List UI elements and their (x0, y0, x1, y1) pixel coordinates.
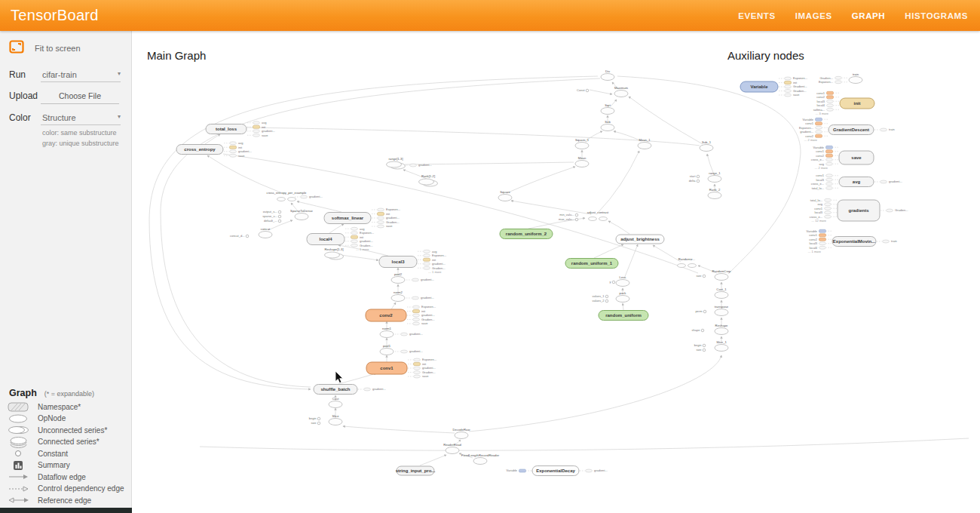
node-DecodeRaw[interactable] (455, 432, 468, 439)
run-select[interactable]: cifar-train ▾ (41, 69, 121, 82)
stub-node[interactable] (816, 134, 822, 137)
node-Mean[interactable] (575, 161, 589, 167)
tab-events[interactable]: EVENTS (738, 11, 776, 20)
stub-node[interactable] (424, 263, 430, 266)
stub-node[interactable] (230, 154, 237, 157)
stub-node[interactable] (825, 198, 831, 201)
stub-node[interactable] (827, 104, 834, 107)
stub-node[interactable] (826, 174, 833, 177)
stub-node[interactable] (424, 258, 430, 261)
stub-node[interactable] (378, 221, 384, 224)
node-Maximum[interactable] (614, 91, 628, 97)
const-perm[interactable] (703, 310, 706, 313)
stub-node[interactable] (378, 225, 384, 228)
node-pack[interactable] (616, 296, 629, 303)
stub-node[interactable] (413, 318, 420, 321)
stub-node[interactable] (826, 146, 833, 149)
tab-images[interactable]: IMAGES (795, 11, 832, 20)
const-size[interactable] (703, 275, 706, 278)
stub-node[interactable] (412, 296, 419, 300)
stub-node[interactable] (785, 90, 792, 93)
node-transpose[interactable] (715, 309, 728, 316)
stub-node[interactable] (351, 240, 358, 243)
stub-node[interactable] (785, 85, 792, 88)
node-Randomiz...[interactable] (678, 264, 686, 268)
const-begin[interactable] (703, 344, 706, 347)
const-y[interactable] (612, 281, 615, 284)
node-norm1[interactable] (380, 331, 394, 338)
stub-node[interactable] (816, 131, 822, 134)
stub-node[interactable] (827, 108, 834, 111)
stub-node[interactable] (230, 150, 237, 153)
stub-node[interactable] (785, 81, 792, 84)
stub-node[interactable] (825, 215, 831, 218)
node-norm2[interactable] (391, 295, 405, 302)
const-max_valu...[interactable] (575, 218, 578, 221)
node-Mean_1[interactable] (638, 143, 651, 149)
stub-node[interactable] (816, 118, 822, 121)
node-FixedLengthRecordReader[interactable] (473, 458, 487, 465)
stub-node[interactable] (586, 469, 593, 472)
stub-node[interactable] (880, 180, 887, 183)
node-pool2[interactable] (391, 277, 405, 284)
stub-node[interactable] (378, 208, 384, 211)
node-train[interactable] (849, 77, 862, 84)
const-min_valu...[interactable] (575, 213, 578, 217)
stub-node[interactable] (351, 244, 358, 247)
node-Div[interactable] (601, 74, 614, 81)
stub-node[interactable] (410, 164, 417, 167)
node-Sub[interactable] (601, 124, 614, 131)
stub-node[interactable] (826, 158, 833, 161)
stub-node[interactable] (301, 195, 308, 198)
stub-node[interactable] (827, 100, 834, 103)
stub-node[interactable] (253, 130, 260, 133)
stub-node[interactable] (351, 227, 358, 230)
stub-node[interactable] (819, 238, 826, 241)
const-default_...[interactable] (278, 220, 281, 223)
stub-node[interactable] (413, 306, 420, 309)
stub-node[interactable] (819, 229, 826, 232)
stub-node[interactable] (414, 358, 421, 361)
tab-histograms[interactable]: HISTOGRAMS (905, 11, 968, 20)
fit-to-screen-icon[interactable] (9, 40, 24, 57)
node-concat[interactable] (259, 232, 272, 238)
node-cross_entropy_per_example[interactable] (277, 198, 286, 201)
node-range_1[interactable] (708, 176, 721, 183)
stub-node[interactable] (230, 146, 237, 149)
node-Rank_2[interactable] (708, 192, 721, 199)
graph-canvas[interactable]: total_lossavginitgradient...savecross_en… (132, 31, 980, 513)
stub-node[interactable] (816, 122, 822, 125)
node-Cast[interactable] (329, 401, 342, 408)
stub-node[interactable] (825, 207, 831, 210)
stub-node[interactable] (827, 91, 834, 94)
stub-node[interactable] (825, 211, 831, 214)
node-Sqrt[interactable] (601, 108, 614, 115)
node-Rank[1-2][interactable] (419, 179, 434, 185)
stub-node[interactable] (826, 150, 833, 153)
stub-node[interactable] (230, 142, 237, 145)
stub-node[interactable] (424, 250, 430, 253)
stub-node[interactable] (413, 314, 420, 317)
stub-node[interactable] (785, 77, 792, 80)
const-delta[interactable] (697, 180, 700, 183)
node-RandomCrop[interactable] (715, 274, 728, 281)
node-range[1-3][interactable] (387, 161, 402, 167)
stub-node[interactable] (519, 469, 526, 472)
const-concat_d...[interactable] (246, 235, 249, 238)
node-Square_1[interactable] (575, 143, 589, 149)
stub-node[interactable] (424, 254, 430, 257)
stub-node[interactable] (819, 234, 826, 237)
stub-node[interactable] (414, 367, 421, 370)
stub-node[interactable] (826, 154, 833, 157)
const-Const[interactable] (586, 89, 589, 92)
stub-node[interactable] (819, 246, 826, 249)
node-Slice[interactable] (329, 419, 342, 425)
stub-node[interactable] (378, 217, 384, 220)
node-Reshape[interactable] (715, 328, 728, 335)
stub-node[interactable] (835, 76, 842, 79)
stub-node[interactable] (835, 81, 842, 84)
stub-node[interactable] (351, 235, 358, 238)
node-Sub_1[interactable] (700, 145, 713, 152)
stub-node[interactable] (785, 94, 792, 97)
stub-node[interactable] (825, 203, 831, 206)
